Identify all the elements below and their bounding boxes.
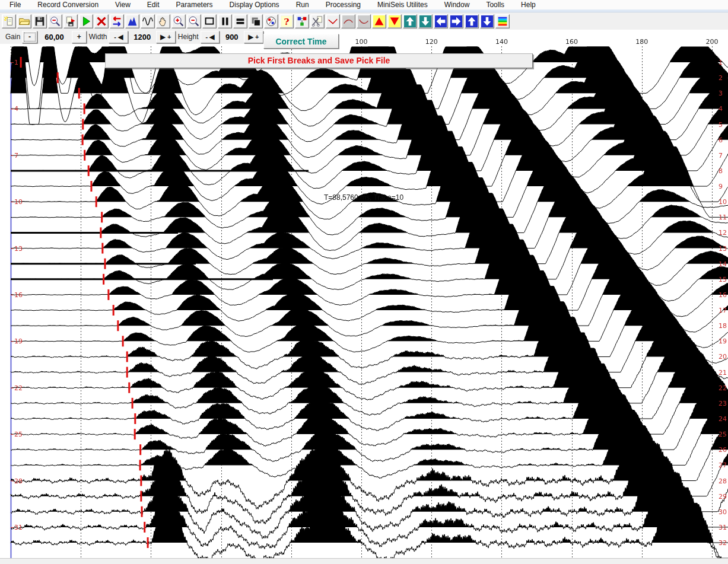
curve-up-disabled-button[interactable] bbox=[341, 14, 355, 28]
zoom-previous-button[interactable] bbox=[48, 14, 62, 28]
rectangle-select-icon bbox=[203, 15, 216, 28]
height-label: Height bbox=[178, 33, 199, 41]
bottom-scrollbar-track[interactable] bbox=[0, 558, 728, 564]
wiggle-display-button[interactable] bbox=[141, 14, 155, 28]
new-record-button[interactable] bbox=[2, 14, 16, 28]
move-down-teal-button[interactable] bbox=[418, 14, 433, 28]
shift-bottom-icon bbox=[388, 15, 401, 28]
shift-top-button[interactable] bbox=[372, 14, 386, 28]
menu-item-help[interactable]: Help bbox=[521, 1, 544, 9]
swap-polarity-button[interactable] bbox=[110, 14, 124, 28]
scroll-up-button[interactable] bbox=[465, 14, 479, 28]
menu-item-toolls[interactable]: Toolls bbox=[486, 1, 513, 9]
curve-down-disabled-button[interactable] bbox=[357, 14, 371, 28]
delete-picks-button[interactable] bbox=[94, 14, 109, 28]
color-percent-button[interactable] bbox=[264, 14, 278, 28]
save-file-button[interactable] bbox=[33, 14, 47, 28]
pick-curve-icon bbox=[326, 15, 339, 28]
stack-bars-button[interactable] bbox=[233, 14, 247, 28]
height-decrease-button[interactable]: - ◀ bbox=[201, 31, 220, 43]
menu-item-run[interactable]: Run bbox=[296, 1, 317, 9]
menu-item-processing[interactable]: Processing bbox=[326, 1, 369, 9]
svg-text:?: ? bbox=[284, 15, 289, 27]
correct-time-button[interactable]: Correct Time bbox=[263, 34, 339, 49]
height-value: 900 bbox=[220, 33, 244, 42]
pan-right-button[interactable] bbox=[449, 14, 463, 28]
zoom-out-icon bbox=[187, 15, 201, 28]
height-increase-button[interactable]: ▶ + bbox=[244, 31, 263, 43]
zoom-in-button[interactable] bbox=[171, 14, 186, 28]
width-decrease-button[interactable]: - ◀ bbox=[109, 31, 128, 43]
delete-picks-icon bbox=[95, 15, 108, 28]
seismic-plot-area: Gain - 60,00 + Width - ◀ 1200 ▶ + Height… bbox=[0, 30, 728, 558]
menu-item-window[interactable]: Window bbox=[444, 1, 478, 9]
stack-bars-icon bbox=[234, 15, 247, 28]
menu-item-miniseis-utilites[interactable]: MiniSeis Utilites bbox=[377, 1, 436, 9]
app-window: FileRecord ConversionViewEditParametersD… bbox=[0, 0, 728, 564]
cursor-readout: T=88,5760 ms, Trace=10 bbox=[324, 193, 403, 202]
display-controls: Gain - 60,00 + Width - ◀ 1200 ▶ + Height… bbox=[0, 30, 263, 44]
scroll-down-icon bbox=[481, 15, 494, 28]
menu-item-display-options[interactable]: Display Options bbox=[230, 1, 288, 9]
color-percent-icon bbox=[265, 15, 278, 28]
help-button[interactable]: ? bbox=[279, 14, 294, 28]
overlay-windows-icon bbox=[249, 15, 262, 28]
seismic-section-canvas[interactable] bbox=[0, 30, 728, 558]
zoom-out-button[interactable] bbox=[187, 14, 201, 28]
pan-left-icon bbox=[434, 15, 447, 28]
run-icon bbox=[80, 15, 93, 28]
spectrum-button[interactable] bbox=[125, 14, 139, 28]
shift-top-icon bbox=[373, 15, 386, 28]
scroll-down-button[interactable] bbox=[480, 14, 494, 28]
swap-polarity-icon bbox=[110, 15, 123, 28]
menu-item-edit[interactable]: Edit bbox=[147, 1, 168, 9]
width-label: Width bbox=[89, 33, 107, 41]
gain-value: 60,00 bbox=[37, 33, 72, 42]
color-scale-icon bbox=[496, 15, 509, 28]
pause-display-button[interactable] bbox=[218, 14, 232, 28]
scroll-up-icon bbox=[465, 15, 478, 28]
pause-display-icon bbox=[218, 15, 231, 28]
rectangle-select-button[interactable] bbox=[202, 14, 217, 28]
spectrum-icon bbox=[126, 15, 139, 28]
shift-bottom-button[interactable] bbox=[387, 14, 402, 28]
cut-traces-icon bbox=[311, 15, 324, 28]
save-pick-file-button[interactable] bbox=[63, 14, 78, 28]
pan-right-icon bbox=[450, 15, 463, 28]
move-up-teal-icon bbox=[403, 15, 417, 28]
gain-decrease-button[interactable]: - bbox=[22, 31, 37, 43]
menu-item-parameters[interactable]: Parameters bbox=[176, 1, 221, 9]
save-file-icon bbox=[33, 15, 46, 28]
color-scale-button[interactable] bbox=[495, 14, 510, 28]
gain-label: Gain bbox=[5, 33, 20, 41]
pan-hand-icon bbox=[157, 15, 170, 28]
curve-up-disabled-icon bbox=[342, 15, 355, 28]
save-pick-file-icon bbox=[64, 15, 77, 28]
width-value: 1200 bbox=[128, 33, 155, 42]
wiggle-display-icon bbox=[141, 15, 154, 28]
zoom-in-icon bbox=[172, 15, 185, 28]
pan-hand-button[interactable] bbox=[156, 14, 170, 28]
pick-curve-button[interactable] bbox=[326, 14, 340, 28]
instruction-banner[interactable]: Pick First Breaks and Save Pick File bbox=[105, 53, 533, 68]
pan-left-button[interactable] bbox=[434, 14, 448, 28]
zoom-previous-icon bbox=[49, 15, 62, 28]
move-up-teal-button[interactable] bbox=[403, 14, 417, 28]
overlay-windows-button[interactable] bbox=[249, 14, 263, 28]
menu-item-file[interactable]: File bbox=[9, 1, 29, 9]
curve-down-disabled-icon bbox=[357, 15, 370, 28]
width-increase-button[interactable]: ▶ + bbox=[156, 31, 176, 43]
menu-item-view[interactable]: View bbox=[115, 1, 139, 9]
toolbar: ? bbox=[0, 12, 728, 30]
run-button[interactable] bbox=[79, 14, 93, 28]
process-flow-icon bbox=[295, 15, 309, 28]
gain-increase-button[interactable]: + bbox=[72, 31, 87, 43]
menu-item-record-conversion[interactable]: Record Conversion bbox=[37, 1, 107, 9]
cut-traces-button[interactable] bbox=[310, 14, 325, 28]
open-file-icon bbox=[18, 15, 31, 28]
help-icon: ? bbox=[280, 15, 293, 28]
process-flow-button[interactable] bbox=[295, 14, 309, 28]
move-down-teal-icon bbox=[419, 15, 432, 28]
new-record-icon bbox=[2, 15, 15, 28]
open-file-button[interactable] bbox=[17, 14, 31, 28]
